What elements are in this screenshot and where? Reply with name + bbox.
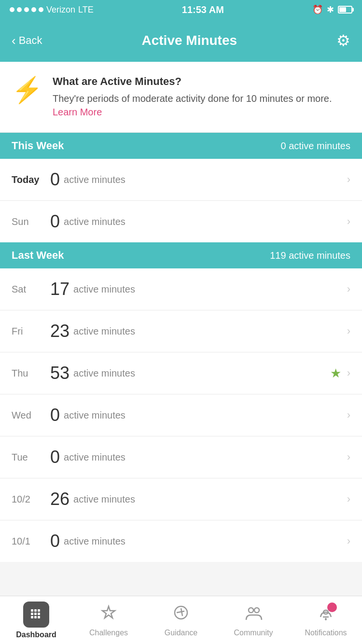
svg-rect-0 (31, 609, 33, 612)
day-label: Thu (12, 368, 50, 379)
day-unit: active minutes (73, 284, 135, 295)
status-left: Verizon LTE (10, 5, 94, 15)
tab-dashboard[interactable]: Dashboard (0, 596, 72, 644)
day-label: Sat (12, 284, 50, 295)
signal-dots (10, 7, 43, 12)
svg-rect-8 (38, 616, 40, 618)
tab-challenges[interactable]: Challenges (72, 596, 145, 644)
learn-more-link[interactable]: Learn More (53, 107, 102, 117)
svg-rect-4 (34, 613, 37, 615)
list-item[interactable]: Tue 0 active minutes › (0, 436, 362, 478)
svg-point-10 (175, 606, 187, 619)
list-item[interactable]: Fri 23 active minutes › (0, 310, 362, 352)
back-button[interactable]: ‹ Back (12, 33, 42, 48)
list-item[interactable]: 10/2 26 active minutes › (0, 478, 362, 520)
chevron-right-icon: › (347, 215, 350, 228)
main-content: ⚡ What are Active Minutes? They're perio… (0, 62, 362, 610)
svg-point-18 (325, 618, 327, 620)
network-label: LTE (78, 5, 94, 15)
day-unit: active minutes (64, 536, 125, 547)
day-unit: active minutes (64, 452, 125, 463)
day-unit: active minutes (64, 174, 125, 185)
day-label: 10/2 (12, 494, 50, 505)
day-count: 0 (50, 531, 60, 551)
tab-dashboard-label: Dashboard (16, 630, 56, 639)
day-label: Tue (12, 452, 50, 463)
day-count: 26 (50, 489, 70, 509)
day-unit: active minutes (73, 368, 135, 379)
svg-rect-7 (34, 616, 37, 618)
list-item[interactable]: Sun 0 active minutes › (0, 201, 362, 242)
tab-notifications-label: Notifications (305, 629, 347, 637)
day-unit: active minutes (64, 410, 125, 421)
list-item[interactable]: Sat 17 active minutes › (0, 268, 362, 310)
day-label: 10/1 (12, 536, 50, 547)
svg-rect-2 (38, 609, 40, 612)
svg-line-12 (177, 611, 184, 613)
day-label: Wed (12, 410, 50, 421)
tab-guidance-label: Guidance (165, 629, 198, 637)
day-unit: active minutes (73, 494, 135, 505)
bluetooth-icon: ✱ (327, 4, 334, 15)
settings-icon[interactable]: ⚙ (336, 31, 350, 50)
chevron-right-icon: › (347, 451, 350, 463)
tab-guidance[interactable]: Guidance (145, 596, 217, 644)
list-item[interactable]: Today 0 active minutes › (0, 159, 362, 201)
page-title: Active Minutes (141, 33, 237, 48)
day-unit: active minutes (73, 326, 135, 337)
svg-point-14 (254, 608, 259, 613)
chevron-right-icon: › (347, 367, 350, 379)
status-time: 11:53 AM (182, 4, 224, 15)
list-item[interactable]: Wed 0 active minutes › (0, 394, 362, 436)
day-label: Sun (12, 216, 50, 227)
chevron-right-icon: › (347, 409, 350, 421)
day-count: 0 (50, 169, 60, 190)
chevron-right-icon: › (347, 535, 350, 547)
tab-community[interactable]: Community (217, 596, 290, 644)
day-label: Fri (12, 326, 50, 337)
svg-marker-9 (102, 606, 115, 618)
alarm-icon: ⏰ (312, 4, 323, 15)
tab-notifications[interactable]: Notifications (290, 596, 362, 644)
svg-rect-3 (31, 613, 33, 615)
notification-badge-dot (327, 602, 337, 612)
this-week-rows: Today 0 active minutes › Sun 0 active mi… (0, 159, 362, 242)
day-unit: active minutes (64, 216, 125, 227)
day-count: 17 (50, 279, 70, 299)
info-banner: ⚡ What are Active Minutes? They're perio… (0, 62, 362, 133)
day-count: 0 (50, 405, 60, 425)
last-week-rows: Sat 17 active minutes › Fri 23 active mi… (0, 268, 362, 562)
list-item[interactable]: 10/1 0 active minutes › (0, 520, 362, 562)
tab-bar: Dashboard Challenges Guidance Commu (0, 596, 362, 644)
status-right: ⏰ ✱ (312, 4, 352, 15)
carrier-label: Verizon (46, 5, 75, 15)
lightning-icon: ⚡ (12, 77, 43, 102)
day-count: 0 (50, 447, 60, 467)
dashboard-icon (23, 602, 49, 628)
svg-rect-5 (38, 613, 40, 615)
community-icon (244, 603, 263, 626)
guidance-icon (172, 603, 190, 626)
star-icon: ★ (330, 366, 341, 381)
challenges-icon (99, 603, 118, 626)
notifications-badge (317, 603, 335, 626)
battery-icon (338, 6, 352, 14)
this-week-total: 0 active minutes (280, 140, 350, 152)
status-bar: Verizon LTE 11:53 AM ⏰ ✱ (0, 0, 362, 19)
tab-community-label: Community (234, 629, 273, 637)
svg-point-13 (249, 608, 253, 613)
chevron-right-icon: › (347, 325, 350, 337)
chevron-right-icon: › (347, 173, 350, 186)
back-chevron-icon: ‹ (12, 33, 16, 48)
last-week-header: Last Week 119 active minutes (0, 242, 362, 268)
last-week-total: 119 active minutes (270, 250, 350, 261)
list-item[interactable]: Thu 53 active minutes ★ › (0, 352, 362, 394)
last-week-label: Last Week (12, 249, 64, 262)
info-title: What are Active Minutes? (53, 75, 350, 88)
day-count: 23 (50, 321, 70, 341)
this-week-label: This Week (12, 140, 64, 152)
svg-rect-1 (34, 609, 37, 612)
svg-rect-6 (31, 616, 33, 618)
chevron-right-icon: › (347, 493, 350, 505)
day-label: Today (12, 174, 50, 185)
